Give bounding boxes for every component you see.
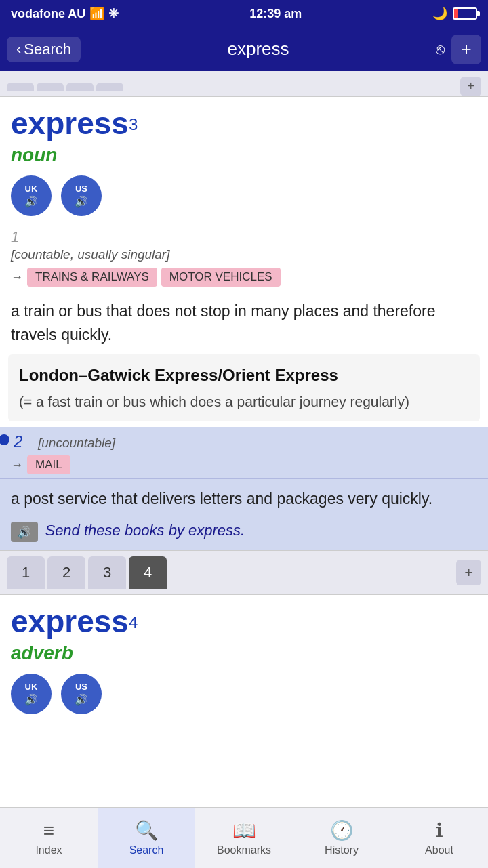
- content: express3 noun UK 🔊 US 🔊 1 [countable, us…: [0, 97, 488, 782]
- about-icon: ℹ: [436, 819, 443, 842]
- entry4-uk-speaker-icon: 🔊: [24, 693, 38, 706]
- sense2-example-row: 🔊 Send these books by express.: [0, 516, 488, 551]
- top-tabs: +: [0, 71, 488, 97]
- num-tab-2[interactable]: 2: [47, 556, 85, 589]
- sense1-grammar: [countable, usually singular]: [0, 247, 488, 265]
- entry3-uk-audio-button[interactable]: UK 🔊: [11, 175, 52, 216]
- num-tab-plus-button[interactable]: +: [456, 560, 481, 585]
- sense1-number: 1: [0, 223, 488, 247]
- sense2-arrow-icon: →: [11, 458, 23, 472]
- sense2-audio-button[interactable]: 🔊: [11, 522, 38, 542]
- about-label: About: [425, 844, 453, 856]
- top-tab-plus-button[interactable]: +: [460, 77, 481, 96]
- index-label: Index: [35, 844, 62, 856]
- entry4-uk-label: UK: [25, 682, 38, 692]
- nav-plus-button[interactable]: +: [451, 35, 481, 64]
- history-icon: 🕐: [330, 819, 354, 842]
- bottom-nav-history[interactable]: 🕐 History: [293, 808, 390, 868]
- sense2-topic-row: → MAIL: [0, 453, 488, 479]
- entry3-word: express: [11, 106, 129, 141]
- sense1-topic-1[interactable]: TRAINS & RAILWAYS: [27, 268, 157, 287]
- top-tab-3[interactable]: [66, 83, 94, 91]
- search-icon: 🔍: [135, 819, 159, 842]
- entry4-us-label: US: [75, 682, 87, 692]
- entry4-uk-audio-button[interactable]: UK 🔊: [11, 674, 52, 714]
- nav-bar: ‹ Search express ⎋ +: [0, 27, 488, 71]
- entry4-audio-row: UK 🔊 US 🔊: [11, 669, 477, 721]
- sense1-definition: a train or bus that does not stop in man…: [0, 291, 488, 352]
- battery-icon: [453, 7, 477, 20]
- entry4-pos: adverb: [11, 640, 477, 669]
- num-tabs: 1 2 3 4 +: [0, 550, 488, 595]
- entry3-word-row: express3: [11, 105, 477, 142]
- num-tab-1[interactable]: 1: [7, 556, 45, 589]
- sense2-number: 2 [uncountable]: [0, 427, 488, 453]
- entry4-word: express: [11, 604, 129, 639]
- entry4: express4 adverb UK 🔊 US 🔊: [0, 595, 488, 721]
- index-icon: ≡: [43, 820, 54, 842]
- time-display: 12:39 am: [249, 7, 302, 21]
- status-right: 🌙: [432, 6, 477, 21]
- entry3-audio-row: UK 🔊 US 🔊: [11, 171, 477, 223]
- bottom-nav-index[interactable]: ≡ Index: [0, 808, 98, 868]
- back-chevron-icon: ‹: [16, 41, 21, 58]
- entry3-superscript: 3: [129, 115, 138, 133]
- back-button[interactable]: ‹ Search: [7, 37, 81, 62]
- bookmarks-icon: 📖: [232, 819, 256, 842]
- sense2-topic-1[interactable]: MAIL: [27, 455, 70, 474]
- entry3-pos: noun: [11, 142, 477, 171]
- sense2-example-sentence: Send these books by express.: [45, 522, 245, 539]
- entry4-us-audio-button[interactable]: US 🔊: [61, 674, 102, 714]
- top-tab-4[interactable]: [96, 83, 123, 91]
- sense2-number-row: 2 [uncountable]: [0, 427, 488, 453]
- search-label: Search: [129, 844, 164, 856]
- entry3-uk-speaker-icon: 🔊: [24, 195, 38, 208]
- sense1-example-block: London–Gatwick Express/Orient Express (=…: [8, 354, 480, 421]
- bottom-nav-search[interactable]: 🔍 Search: [98, 808, 195, 868]
- entry3-us-audio-button[interactable]: US 🔊: [61, 175, 102, 216]
- num-tab-4[interactable]: 4: [129, 556, 167, 589]
- entry4-superscript: 4: [129, 613, 138, 632]
- status-bar: vodafone AU 📶 ✳ 12:39 am 🌙: [0, 0, 488, 27]
- entry3-us-speaker-icon: 🔊: [75, 195, 88, 208]
- wifi-icon: 📶: [89, 6, 104, 21]
- sense2-definition: a post service that delivers letters and…: [0, 479, 488, 516]
- num-tab-3[interactable]: 3: [88, 556, 126, 589]
- top-tab-1[interactable]: [7, 83, 34, 91]
- sense2-speaker-icon: 🔊: [18, 526, 31, 539]
- back-label: Search: [24, 41, 71, 58]
- entry3-us-label: US: [75, 184, 87, 194]
- carrier-text: vodafone AU: [11, 7, 85, 21]
- bottom-nav-about[interactable]: ℹ About: [390, 808, 488, 868]
- entry4-word-row: express4: [11, 603, 477, 640]
- entry4-us-speaker-icon: 🔊: [75, 693, 88, 706]
- sense1-topic-2[interactable]: MOTOR VEHICLES: [161, 268, 281, 287]
- sense1-example-sub: (= a fast train or bus which does a part…: [19, 387, 469, 413]
- bookmarks-label: Bookmarks: [217, 844, 271, 856]
- sense1-topic-row: → TRAINS & RAILWAYS MOTOR VEHICLES: [0, 265, 488, 291]
- nav-title: express: [228, 39, 289, 60]
- history-label: History: [325, 844, 359, 856]
- bottom-nav-bookmarks[interactable]: 📖 Bookmarks: [195, 808, 293, 868]
- brightness-icon: ✳: [108, 6, 119, 21]
- sense2-section: 2 [uncountable] → MAIL a post service th…: [0, 427, 488, 550]
- top-tab-2[interactable]: [37, 83, 64, 91]
- sense1-section: 1 [countable, usually singular] → TRAINS…: [0, 223, 488, 421]
- sense2-grammar: [uncountable]: [27, 436, 126, 453]
- bottom-nav: ≡ Index 🔍 Search 📖 Bookmarks 🕐 History ℹ…: [0, 807, 488, 868]
- battery-fill: [454, 9, 458, 18]
- entry3-uk-label: UK: [25, 184, 38, 194]
- share-icon[interactable]: ⎋: [436, 41, 445, 58]
- status-left: vodafone AU 📶 ✳: [11, 6, 119, 21]
- sense1-arrow-icon: →: [11, 270, 23, 285]
- moon-icon: 🌙: [432, 6, 447, 21]
- entry3-header: express3 noun UK 🔊 US 🔊: [0, 97, 488, 223]
- sense1-example-title: London–Gatwick Express/Orient Express: [19, 364, 469, 387]
- nav-right: ⎋ +: [436, 35, 481, 64]
